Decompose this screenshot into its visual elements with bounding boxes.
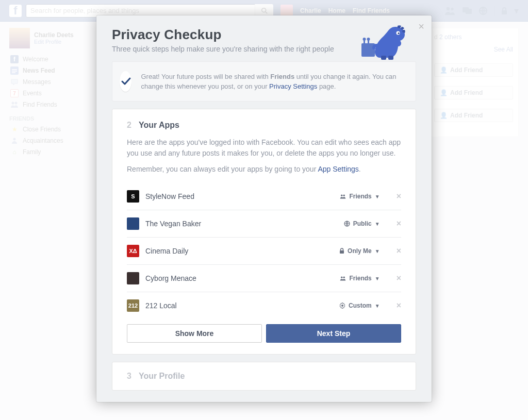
banner-text: Great! Your future posts will be shared … (141, 72, 406, 92)
dino-mascot-icon (359, 21, 416, 61)
svg-rect-12 (361, 43, 375, 57)
privacy-settings-link[interactable]: Privacy Settings (269, 82, 317, 90)
step-number: 2 (127, 121, 131, 130)
svg-point-18 (398, 32, 399, 34)
step1-complete-banner: Great! Your future posts will be shared … (112, 61, 416, 102)
checkmark-icon (120, 71, 131, 92)
privacy-checkup-modal: × Privacy Checkup Three quick steps help… (96, 15, 432, 164)
modal-header: Privacy Checkup Three quick steps help m… (96, 15, 432, 61)
step-title: Your Apps (139, 121, 179, 130)
svg-rect-15 (364, 40, 365, 44)
svg-point-14 (367, 38, 370, 41)
modal-overlay: × Privacy Checkup Three quick steps help… (0, 0, 528, 164)
step-description: Here are the apps you've logged into wit… (127, 137, 401, 159)
svg-rect-13 (368, 40, 369, 44)
svg-rect-19 (381, 56, 386, 60)
svg-rect-20 (388, 56, 393, 60)
step2-card: 2 Your Apps Here are the apps you've log… (112, 109, 416, 164)
svg-point-16 (363, 38, 366, 41)
